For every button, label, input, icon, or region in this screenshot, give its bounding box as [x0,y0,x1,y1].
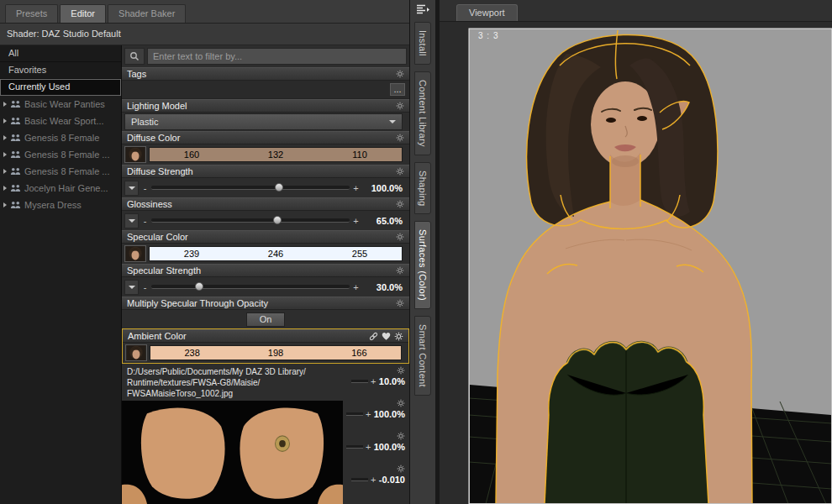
texture-thumbnail[interactable] [125,344,147,361]
tree-item-label: Genesis 8 Female ... [24,166,110,176]
expand-arrow-icon[interactable] [3,102,7,107]
slider-options-button[interactable] [124,213,139,228]
glossiness-value[interactable]: 65.0% [362,216,403,226]
gear-icon[interactable] [397,432,405,440]
mini-slider[interactable] [351,478,368,481]
tab-presets[interactable]: Presets [5,4,58,23]
filter-input[interactable] [147,48,407,65]
slider-plus[interactable]: + [371,376,377,386]
tree-item-label: Jocelyn Hair Gene... [24,183,108,193]
specular-strength-value[interactable]: 30.0% [362,282,403,292]
dock-tab-surfaces-color[interactable]: Surfaces (Color) [414,221,431,309]
dock-tab-install[interactable]: Install [414,22,431,65]
dock-tab-strip: Install Content Library Shaping Surfaces… [410,0,436,504]
dock-tab-content-library[interactable]: Content Library [414,71,431,155]
property-value[interactable]: 100.0% [374,409,405,419]
diffuse-strength-value[interactable]: 100.0% [362,183,403,193]
property-value[interactable]: 10.0% [379,376,405,386]
tree-item[interactable]: Basic Wear Sport... [0,113,121,129]
gear-icon[interactable] [394,332,403,341]
tab-shader-baker[interactable]: Shader Baker [108,4,186,23]
expand-arrow-icon[interactable] [3,169,7,174]
dock-tab-shaping[interactable]: Shaping [414,162,431,214]
mini-slider[interactable] [346,445,363,449]
slider-plus[interactable]: + [353,282,359,292]
slider-options-button[interactable] [124,181,139,196]
texture-thumbnail[interactable] [124,146,146,163]
render-scene [440,22,832,504]
slider-plus[interactable]: + [366,409,371,419]
search-options-button[interactable] [124,48,145,65]
gear-icon[interactable] [396,233,404,241]
expand-arrow-icon[interactable] [3,152,7,157]
tags-section-header: Tags [122,67,409,81]
color-b-value: 255 [318,247,402,260]
figure-icon [10,184,21,192]
expand-arrow-icon[interactable] [3,186,7,191]
gear-icon[interactable] [396,200,404,208]
gear-icon[interactable] [396,167,404,176]
filter-all[interactable]: All [0,45,121,62]
dock-tab-smart-content[interactable]: Smart Content [414,316,431,396]
heart-favorite-icon[interactable] [382,332,391,341]
slider-minus[interactable]: - [142,282,148,292]
tree-item[interactable]: Jocelyn Hair Gene... [0,180,121,197]
slider-handle[interactable] [275,183,283,192]
gear-icon[interactable] [396,102,404,110]
diffuse-strength-slider[interactable] [151,186,350,190]
expand-arrow-icon[interactable] [3,202,7,207]
slider-plus[interactable]: + [366,442,371,452]
mini-slider[interactable] [351,380,368,383]
chevron-down-icon [129,286,135,289]
pane-list-icon[interactable] [416,3,429,15]
slider-options-button[interactable] [124,280,139,295]
property-value[interactable]: -0.010 [379,475,405,485]
viewport-canvas[interactable]: 3 : 3 [440,22,832,504]
property-value[interactable]: 100.0% [374,442,405,452]
specular-strength-slider[interactable] [151,285,350,289]
specular-color-swatch[interactable]: 239 246 255 [149,246,403,261]
slider-plus[interactable]: + [353,183,359,193]
texture-preview[interactable] [122,401,343,504]
filter-favorites[interactable]: Favorites [0,62,121,79]
tree-item[interactable]: Genesis 8 Female ... [0,163,121,180]
tab-editor[interactable]: Editor [60,4,106,23]
filter-currently-used[interactable]: Currently Used [0,79,121,96]
gear-icon[interactable] [396,70,404,78]
figure-icon [10,117,21,125]
tree-item[interactable]: Genesis 8 Female [0,129,121,146]
link-icon[interactable] [369,332,378,341]
mini-slider[interactable] [346,412,363,416]
tree-item[interactable]: Basic Wear Panties [0,96,121,113]
expand-arrow-icon[interactable] [3,135,7,140]
lighting-model-header: Lighting Model [122,99,409,113]
tab-viewport[interactable]: Viewport [456,4,518,21]
tree-item[interactable]: Mysera Dress [0,197,121,213]
slider-plus[interactable]: + [371,475,377,485]
slider-minus[interactable]: - [142,183,148,193]
lighting-model-select[interactable]: Plastic [124,113,403,130]
slider-handle[interactable] [195,282,203,291]
expand-arrow-icon[interactable] [3,118,7,123]
gear-icon[interactable] [397,399,405,407]
gear-icon[interactable] [396,299,404,307]
gear-icon[interactable] [397,465,405,473]
tags-label: Tags [127,69,146,79]
gear-icon[interactable] [396,134,404,142]
tree-item[interactable]: Genesis 8 Female ... [0,146,121,163]
slider-minus[interactable]: - [142,216,148,226]
texture-thumbnail[interactable] [124,245,146,262]
shader-mixer-panel: Presets Editor Shader Baker Shader: DAZ … [0,0,410,504]
slider-handle[interactable] [273,216,282,224]
glossiness-slider[interactable] [151,218,350,223]
gear-icon[interactable] [397,366,405,375]
panel-tabbar: Presets Editor Shader Baker [0,0,409,24]
multiply-specular-toggle[interactable]: On [246,312,285,327]
tags-more-button[interactable]: ... [390,83,405,96]
specular-strength-label: Specular Strength [127,265,201,276]
slider-plus[interactable]: + [353,216,359,226]
torso-uv-texture [122,401,343,504]
diffuse-color-swatch[interactable]: 160 132 110 [149,147,403,162]
ambient-color-swatch[interactable]: 238 198 166 [150,345,402,360]
gear-icon[interactable] [396,266,404,275]
